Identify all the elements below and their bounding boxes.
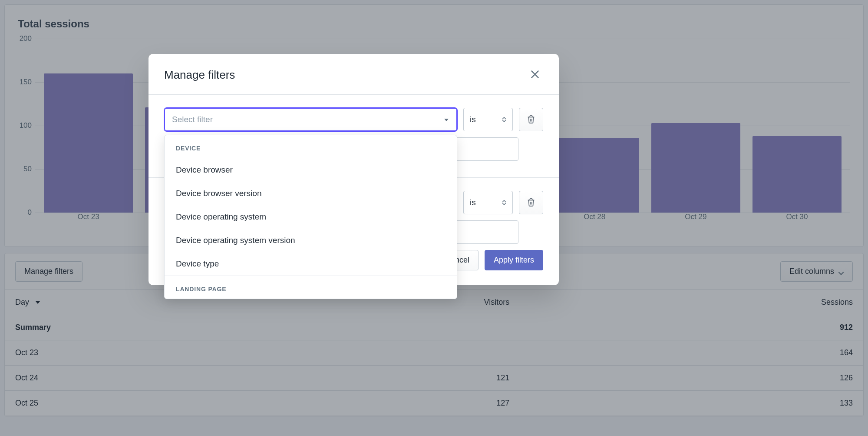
manage-filters-label: Manage filters [24, 267, 73, 276]
x-axis-label: Oct 23 [44, 213, 133, 226]
delete-filter-button[interactable] [519, 108, 543, 131]
y-axis-tick: 50 [18, 165, 32, 173]
x-axis-label: Oct 28 [550, 213, 639, 226]
column-header-day-label: Day [15, 298, 29, 306]
chart-bar [550, 138, 639, 213]
dropdown-group-device: DEVICE [165, 135, 457, 158]
summary-label: Summary [5, 315, 176, 340]
edit-columns-button[interactable]: Edit columns [780, 261, 853, 282]
cell-day: Oct 23 [5, 340, 176, 366]
cell-sessions: 126 [520, 366, 863, 391]
manage-filters-button[interactable]: Manage filters [15, 261, 83, 282]
summary-visitors [176, 315, 520, 340]
dropdown-item-device-browser[interactable]: Device browser [165, 158, 457, 182]
stepper-icon [502, 200, 506, 205]
operator-value: is [470, 115, 476, 124]
column-header-day[interactable]: Day [5, 290, 176, 315]
apply-filters-label: Apply filters [494, 256, 534, 265]
filter-field-dropdown: DEVICE Device browser Device browser ver… [164, 135, 457, 299]
trash-icon [526, 114, 536, 125]
operator-value: is [470, 198, 476, 207]
cell-visitors [176, 340, 520, 366]
combobox-placeholder: Select filter [172, 115, 213, 124]
modal-title: Manage filters [164, 68, 235, 82]
table-summary-row: Summary 912 [5, 315, 863, 340]
cell-sessions: 133 [520, 391, 863, 416]
chart-title: Total sessions [18, 18, 850, 30]
chart-bar [752, 136, 842, 213]
y-axis-tick: 100 [18, 121, 32, 130]
chevron-down-icon [838, 269, 844, 274]
chevron-down-icon [443, 115, 449, 124]
filter-row: Select filter DEVICE Device browser Devi… [164, 108, 543, 131]
y-axis-tick: 200 [18, 34, 32, 43]
table-row: Oct 23 164 [5, 340, 863, 366]
table-row: Oct 24 121 126 [5, 366, 863, 391]
dropdown-item-device-os[interactable]: Device operating system [165, 205, 457, 229]
close-button[interactable] [527, 66, 543, 84]
dropdown-group-landing-page: LANDING PAGE [165, 276, 457, 299]
chart-bar [44, 73, 133, 213]
filter-operator-select[interactable]: is [463, 108, 513, 131]
close-icon [529, 75, 541, 81]
dropdown-item-device-type[interactable]: Device type [165, 252, 457, 276]
x-axis-label: Oct 29 [651, 213, 740, 226]
manage-filters-modal: Manage filters Select filter DEVICE Devi… [149, 54, 559, 285]
y-axis-tick: 0 [18, 208, 32, 217]
table-row: Oct 25 127 133 [5, 391, 863, 416]
filter-field-combobox[interactable]: Select filter DEVICE Device browser Devi… [164, 108, 457, 131]
cell-visitors: 121 [176, 366, 520, 391]
cell-day: Oct 24 [5, 366, 176, 391]
y-axis-tick: 150 [18, 78, 32, 87]
chart-bar [651, 123, 740, 213]
trash-icon [526, 197, 536, 208]
column-header-sessions[interactable]: Sessions [520, 290, 863, 315]
sort-descending-icon [35, 298, 41, 307]
cell-sessions: 164 [520, 340, 863, 366]
cell-day: Oct 25 [5, 391, 176, 416]
delete-filter-button[interactable] [519, 191, 543, 214]
filter-operator-select[interactable]: is [463, 191, 513, 214]
summary-sessions: 912 [520, 315, 863, 340]
cell-visitors: 127 [176, 391, 520, 416]
edit-columns-label: Edit columns [789, 267, 834, 276]
dropdown-item-device-os-version[interactable]: Device operating system version [165, 229, 457, 252]
dropdown-item-device-browser-version[interactable]: Device browser version [165, 182, 457, 205]
x-axis-label: Oct 30 [752, 213, 842, 226]
stepper-icon [502, 117, 506, 122]
apply-filters-button[interactable]: Apply filters [485, 250, 543, 270]
